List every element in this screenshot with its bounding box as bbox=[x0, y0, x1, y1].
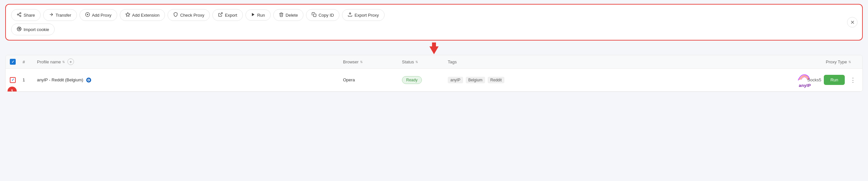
svg-line-8 bbox=[220, 13, 222, 15]
add-proxy-icon bbox=[85, 12, 90, 18]
more-icon: ⋮ bbox=[850, 77, 856, 83]
svg-point-0 bbox=[20, 12, 21, 14]
profile-name-value: anyIP - Reddit (Belgium) bbox=[37, 77, 83, 82]
status-badge: Ready bbox=[402, 76, 422, 84]
svg-marker-13 bbox=[429, 42, 439, 54]
toolbar-panel: Share Transfer Add Proxy A bbox=[5, 4, 863, 40]
check-proxy-button[interactable]: Check Proxy bbox=[167, 9, 210, 21]
row-run-button[interactable]: Run bbox=[824, 75, 845, 85]
import-cookie-button[interactable]: Import cookie bbox=[11, 24, 55, 35]
header-checkbox-cell: ✓ bbox=[6, 59, 20, 65]
sort-status-icon[interactable]: ⇅ bbox=[415, 60, 418, 64]
toolbar-rows: Share Transfer Add Proxy A bbox=[11, 9, 840, 35]
share-icon bbox=[17, 12, 22, 18]
tag-reddit: Reddit bbox=[488, 77, 504, 83]
sort-proxy-icon[interactable]: ⇅ bbox=[848, 60, 851, 64]
browser-value: Opera bbox=[343, 77, 355, 82]
run-icon bbox=[251, 12, 255, 17]
export-label: Export bbox=[225, 13, 237, 17]
import-cookie-icon bbox=[17, 27, 22, 32]
header-proxy-type: Proxy Type ⇅ bbox=[823, 60, 862, 64]
proxy-type-value: Socks5 bbox=[807, 77, 822, 82]
svg-marker-9 bbox=[252, 13, 254, 16]
sort-browser-icon[interactable]: ⇅ bbox=[360, 60, 363, 64]
add-column-button[interactable]: + bbox=[67, 59, 74, 65]
header-tags: Tags bbox=[445, 60, 517, 64]
close-icon: ✕ bbox=[850, 19, 855, 26]
row-tags: anyIP Belgium Reddit bbox=[445, 77, 517, 83]
row-status: Ready bbox=[399, 76, 445, 84]
svg-point-1 bbox=[17, 14, 19, 15]
share-label: Share bbox=[24, 13, 35, 17]
row-checkbox[interactable]: ✓ bbox=[10, 77, 16, 83]
check-proxy-icon bbox=[173, 12, 178, 18]
add-proxy-button[interactable]: Add Proxy bbox=[80, 9, 117, 21]
add-extension-icon bbox=[125, 12, 130, 18]
transfer-label: Transfer bbox=[56, 13, 71, 17]
row-more-button[interactable]: ⋮ bbox=[847, 75, 859, 85]
counter-value: 1 bbox=[11, 88, 13, 92]
export-button[interactable]: Export bbox=[212, 9, 243, 21]
copy-id-icon bbox=[312, 12, 316, 18]
profile-browser-icon bbox=[86, 77, 92, 83]
row-browser: Opera bbox=[340, 77, 399, 82]
svg-line-3 bbox=[18, 15, 20, 15]
header-browser: Browser ⇅ bbox=[340, 60, 399, 64]
export-proxy-icon bbox=[348, 12, 352, 18]
tag-belgium: Belgium bbox=[466, 77, 485, 83]
sort-profile-icon[interactable]: ⇅ bbox=[62, 60, 65, 64]
table-header: ✓ # Profile name ⇅ + Browser ⇅ Status ⇅ … bbox=[6, 55, 862, 69]
share-button[interactable]: Share bbox=[11, 9, 40, 21]
run-label: Run bbox=[257, 13, 265, 17]
row-number: 1 bbox=[20, 77, 34, 82]
row-checkmark-icon: ✓ bbox=[11, 78, 14, 82]
row-checkbox-cell: ✓ bbox=[6, 77, 20, 83]
delete-icon bbox=[279, 12, 284, 18]
row-profile-name: anyIP - Reddit (Belgium) bbox=[34, 77, 340, 83]
export-icon bbox=[218, 12, 223, 18]
svg-line-4 bbox=[18, 13, 20, 14]
counter-badge: 1 bbox=[7, 86, 17, 92]
copy-id-label: Copy ID bbox=[318, 13, 334, 17]
import-cookie-label: Import cookie bbox=[24, 27, 49, 32]
check-proxy-label: Check Proxy bbox=[180, 13, 204, 17]
add-extension-button[interactable]: Add Extension bbox=[120, 9, 165, 21]
counter-badge-container: 1 bbox=[7, 86, 17, 92]
row-number-value: 1 bbox=[23, 77, 25, 82]
export-proxy-button[interactable]: Export Proxy bbox=[342, 9, 384, 21]
status-label: Status bbox=[402, 60, 414, 64]
row-run-label: Run bbox=[830, 77, 838, 82]
select-all-checkbox[interactable]: ✓ bbox=[10, 59, 16, 65]
transfer-button[interactable]: Transfer bbox=[43, 9, 77, 21]
delete-label: Delete bbox=[286, 13, 298, 17]
proxy-type-label: Proxy Type bbox=[826, 60, 847, 64]
copy-id-button[interactable]: Copy ID bbox=[306, 9, 339, 21]
header-number: # bbox=[20, 60, 34, 64]
toolbar-row-2: Import cookie bbox=[11, 24, 840, 35]
run-toolbar-button[interactable]: Run bbox=[246, 9, 271, 21]
export-proxy-label: Export Proxy bbox=[354, 13, 379, 17]
anyip-text: anyIP bbox=[799, 83, 811, 88]
checkmark-icon: ✓ bbox=[11, 60, 14, 64]
svg-point-2 bbox=[20, 15, 21, 17]
transfer-icon bbox=[49, 12, 54, 18]
profile-name-label: Profile name bbox=[37, 60, 61, 64]
close-toolbar-button[interactable]: ✕ bbox=[847, 17, 858, 28]
toolbar-row-1: Share Transfer Add Proxy A bbox=[11, 9, 840, 21]
header-profile-name: Profile name ⇅ + bbox=[34, 59, 340, 65]
arrow-indicator bbox=[0, 42, 868, 54]
svg-point-16 bbox=[88, 79, 90, 81]
header-status: Status ⇅ bbox=[399, 60, 445, 64]
row-actions: Socks5 Run ⋮ bbox=[823, 75, 862, 85]
number-label: # bbox=[23, 60, 25, 64]
tags-label: Tags bbox=[448, 60, 457, 64]
browser-label: Browser bbox=[343, 60, 359, 64]
add-proxy-label: Add Proxy bbox=[92, 13, 112, 17]
table-row: ✓ 1 anyIP - Reddit (Belgium) Opera Ready… bbox=[6, 69, 862, 92]
tag-anyip: anyIP bbox=[448, 77, 463, 83]
add-extension-label: Add Extension bbox=[132, 13, 160, 17]
delete-button[interactable]: Delete bbox=[273, 9, 304, 21]
svg-rect-10 bbox=[314, 14, 316, 17]
row-spacer: anyIP bbox=[517, 72, 823, 88]
profiles-table: ✓ # Profile name ⇅ + Browser ⇅ Status ⇅ … bbox=[5, 55, 863, 92]
